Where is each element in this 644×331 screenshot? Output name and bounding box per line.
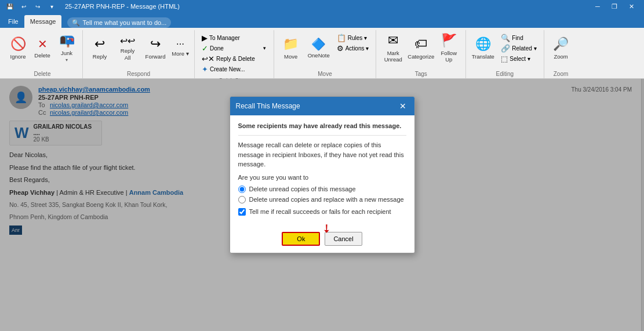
mark-unread-icon: ✉ <box>388 33 398 48</box>
junk-button[interactable]: 📭 Junk ▾ <box>54 31 79 65</box>
reply-icon: ↩ <box>94 37 105 52</box>
undo-qat-button[interactable]: ↩ <box>19 1 29 12</box>
forward-button[interactable]: ↪ Forward <box>142 31 169 65</box>
dialog-body: Some recipients may have already read th… <box>230 115 414 227</box>
option1-input[interactable] <box>238 185 246 193</box>
zoom-group-content: 🔎 Zoom <box>548 31 574 70</box>
find-icon: 🔍 <box>501 34 510 42</box>
translate-icon: 🌐 <box>475 37 491 52</box>
ignore-button[interactable]: 🚫 Ignore <box>6 31 30 65</box>
restore-button[interactable]: ❐ <box>606 0 623 13</box>
tab-message[interactable]: Message <box>24 15 62 28</box>
quicksteps-list: ▶ To Manager ✓ Done ↩✕ Reply & Delete ✦ … <box>198 31 259 75</box>
rules-button[interactable]: 📋 Rules ▾ <box>334 32 372 43</box>
reply-button[interactable]: ↩ Reply <box>86 31 113 65</box>
quicksteps-content: ▶ To Manager ✓ Done ↩✕ Reply & Delete ✦ … <box>198 31 270 77</box>
notify-checkbox[interactable]: Tell me if recall succeeds or fails for … <box>238 208 406 216</box>
title-bar-controls: ─ ❐ ✕ <box>590 0 639 13</box>
to-manager-icon: ▶ <box>202 34 208 42</box>
title-bar: 💾 ↩ ↪ ▾ 25-27APR PNH-REP - Message (HTML… <box>0 0 644 13</box>
select-button[interactable]: ⬚ Select ▾ <box>499 53 539 64</box>
dialog-title-bar: Recall This Message ✕ <box>230 97 414 115</box>
rules-icon: 📋 <box>337 34 346 42</box>
dialog-close-button[interactable]: ✕ <box>397 100 409 112</box>
search-icon: 🔍 <box>72 19 80 27</box>
customize-qat-button[interactable]: ▾ <box>46 1 57 12</box>
dialog-description: Message recall can delete or replace cop… <box>238 140 406 169</box>
editing-group-content: 🌐 Translate 🔍 Find 🔗 Related ▾ ⬚ Select … <box>470 31 540 70</box>
reply-delete-button[interactable]: ↩✕ Reply & Delete <box>199 53 257 64</box>
dialog-footer: Ok ➘ Cancel <box>230 227 414 253</box>
actions-button[interactable]: ⚙ Actions ▾ <box>334 43 372 53</box>
delete-group-label: Delete <box>6 70 79 77</box>
done-button[interactable]: ✓ Done <box>199 43 257 53</box>
option2-radio[interactable]: Delete unread copies and replace with a … <box>238 196 406 203</box>
ribbon-group-respond: ↩ Reply ↩↩ ReplyAll ↪ Forward ⋯ More ▾ R… <box>83 30 195 78</box>
to-manager-button[interactable]: ▶ To Manager <box>199 32 257 43</box>
title-bar-left: 💾 ↩ ↪ ▾ 25-27APR PNH-REP - Message (HTML… <box>5 1 180 12</box>
cancel-button[interactable]: Cancel <box>325 232 362 246</box>
window-title: 25-27APR PNH-REP - Message (HTML) <box>65 3 180 10</box>
more-respond-button[interactable]: ⋯ More ▾ <box>170 31 191 65</box>
translate-button[interactable]: 🌐 Translate <box>470 31 496 65</box>
follow-up-button[interactable]: 🚩 FollowUp <box>435 31 462 65</box>
ribbon-group-delete: 🚫 Ignore ✕ Delete 📭 Junk ▾ Delete <box>2 30 83 78</box>
move-group-content: 📁 Move 🔷 OneNote 📋 Rules ▾ ⚙ Actions ▾ <box>278 31 373 70</box>
dialog-overlay: Recall This Message ✕ Some recipients ma… <box>0 79 644 331</box>
checkbox-label: Tell me if recall succeeds or fails for … <box>249 208 391 215</box>
forward-icon: ↪ <box>150 37 161 52</box>
option2-input[interactable] <box>238 196 246 203</box>
done-icon: ✓ <box>202 44 208 53</box>
move-group-label: Move <box>278 70 373 77</box>
dialog-title: Recall This Message <box>236 102 300 110</box>
junk-button-group: 🚫 Ignore <box>6 31 30 65</box>
ok-button-wrapper: Ok ➘ <box>282 232 320 246</box>
notify-input[interactable] <box>238 208 246 216</box>
mark-unread-button[interactable]: ✉ MarkUnread <box>380 31 406 65</box>
reply-all-icon: ↩↩ <box>120 35 135 46</box>
select-icon: ⬚ <box>501 54 508 63</box>
option1-radio[interactable]: Delete unread copies of this message <box>238 185 406 193</box>
dialog-divider <box>238 135 406 136</box>
junk-button-split: 📭 Junk ▾ <box>54 31 79 65</box>
save-qat-button[interactable]: 💾 <box>5 1 15 12</box>
option1-label: Delete unread copies of this message <box>249 185 356 192</box>
redo-qat-button[interactable]: ↪ <box>32 1 43 12</box>
recall-message-dialog: Recall This Message ✕ Some recipients ma… <box>230 96 415 253</box>
dialog-warning-text: Some recipients may have already read th… <box>238 122 406 129</box>
zoom-button[interactable]: 🔎 Zoom <box>548 31 574 65</box>
close-window-button[interactable]: ✕ <box>623 0 639 13</box>
reply-all-button[interactable]: ↩↩ ReplyAll <box>114 31 141 65</box>
follow-up-icon: 🚩 <box>441 33 457 48</box>
zoom-icon: 🔎 <box>553 37 569 52</box>
move-icon: 📁 <box>283 37 299 52</box>
find-button[interactable]: 🔍 Find <box>499 32 539 43</box>
editing-group-label: Editing <box>470 70 540 77</box>
tell-me-input[interactable]: 🔍 Tell me what you want to do... <box>67 17 171 28</box>
related-button[interactable]: 🔗 Related ▾ <box>499 43 539 53</box>
minimize-button[interactable]: ─ <box>590 0 606 13</box>
editing-col: 🔍 Find 🔗 Related ▾ ⬚ Select ▾ <box>497 31 540 65</box>
quicksteps-expand-button[interactable]: ▾ <box>260 31 270 65</box>
ribbon-group-quicksteps: ▶ To Manager ✓ Done ↩✕ Reply & Delete ✦ … <box>195 30 274 78</box>
create-new-button[interactable]: ✦ Create New... <box>199 64 257 74</box>
reply-delete-icon: ↩✕ <box>202 54 214 63</box>
delete-button[interactable]: ✕ Delete <box>31 31 53 65</box>
junk-icon: 📭 <box>59 33 75 48</box>
ribbon: 🚫 Ignore ✕ Delete 📭 Junk ▾ Delete ↩ <box>0 28 644 79</box>
delete-icon: ✕ <box>38 37 48 51</box>
ribbon-group-editing: 🌐 Translate 🔍 Find 🔗 Related ▾ ⬚ Select … <box>466 30 544 78</box>
ok-button[interactable]: Ok <box>282 232 320 246</box>
tab-file[interactable]: File <box>2 15 24 28</box>
content-area: 👤 pheap.vichhay@anamcambodia.com Thu 3/2… <box>0 79 644 331</box>
dialog-question: Are you sure you want to <box>238 174 406 181</box>
create-icon: ✦ <box>202 65 208 74</box>
ribbon-group-tags: ✉ MarkUnread 🏷 Categorize 🚩 FollowUp Tag… <box>376 30 466 78</box>
respond-group-content: ↩ Reply ↩↩ ReplyAll ↪ Forward ⋯ More ▾ <box>86 31 191 70</box>
categorize-button[interactable]: 🏷 Categorize <box>407 31 434 65</box>
move-button[interactable]: 📁 Move <box>278 31 304 65</box>
more-icon: ⋯ <box>176 39 184 49</box>
zoom-group-label: Zoom <box>548 70 574 77</box>
onenote-button[interactable]: 🔷 OneNote <box>305 31 332 65</box>
categorize-icon: 🏷 <box>414 37 427 52</box>
